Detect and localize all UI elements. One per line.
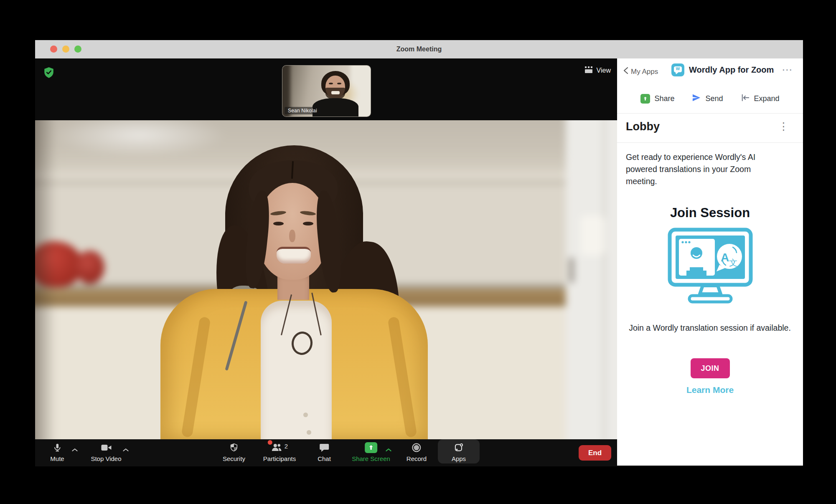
shirt-button (307, 430, 311, 435)
video-options-caret[interactable] (123, 446, 129, 453)
end-meeting-button[interactable]: End (579, 445, 611, 461)
lobby-heading: Lobby (626, 120, 660, 133)
share-app-label: Share (654, 94, 674, 103)
expand-app-button[interactable]: Expand (741, 94, 780, 104)
learn-more-link[interactable]: Learn More (617, 385, 803, 395)
microphone-icon (53, 442, 62, 453)
participants-notification-dot (268, 440, 272, 445)
record-icon (412, 442, 422, 453)
security-button[interactable]: Security (223, 442, 245, 462)
window-title: Zoom Meeting (35, 40, 803, 58)
send-app-label: Send (705, 94, 723, 103)
wordly-app-icon: w (671, 63, 684, 76)
participants-count-badge: 2 (285, 443, 288, 450)
woman-smile (277, 247, 311, 263)
send-app-button[interactable]: Send (692, 94, 723, 104)
window-titlebar: Zoom Meeting (35, 40, 803, 59)
app-action-bar: Share Send Expand (617, 94, 803, 104)
send-plane-icon (692, 94, 701, 104)
apps-label: Apps (452, 455, 466, 462)
translation-session-illustration: A 文 (666, 227, 755, 306)
svg-text:A: A (721, 251, 729, 264)
expand-left-icon (741, 94, 750, 104)
apps-button[interactable]: Apps (452, 442, 466, 462)
divider (617, 142, 803, 143)
white-jar (580, 215, 605, 256)
red-appliance (75, 251, 104, 284)
svg-text:文: 文 (729, 258, 737, 267)
zoom-meeting-window: Zoom Meeting (35, 40, 803, 466)
share-screen-icon (365, 442, 377, 453)
join-session-heading: Join Session (617, 205, 803, 220)
security-label: Security (223, 455, 245, 462)
thumb-person-eye (337, 83, 341, 84)
shirt-button (303, 413, 308, 417)
left-shadow (35, 120, 56, 439)
join-button[interactable]: JOIN (691, 358, 730, 378)
woman-nose (289, 230, 295, 242)
participants-button[interactable]: 2 Participants (263, 442, 296, 462)
share-app-button[interactable]: Share (640, 94, 674, 104)
woman-eye (303, 222, 313, 225)
chat-button[interactable]: Chat (318, 442, 331, 462)
record-button[interactable]: Record (407, 442, 427, 462)
thumb-person-eye (329, 83, 333, 84)
chevron-left-icon (623, 67, 629, 76)
app-title: Wordly App for Zoom (689, 65, 774, 75)
desktop: Zoom Meeting (0, 0, 836, 504)
security-shield-icon (229, 442, 239, 453)
share-options-caret[interactable] (386, 446, 392, 453)
meeting-main-area: Sean Nikolai View (35, 58, 617, 466)
chat-label: Chat (318, 455, 331, 462)
stop-video-label: Stop Video (91, 455, 121, 462)
view-button-label: View (597, 67, 611, 74)
divider (617, 113, 803, 114)
apps-icon (454, 442, 464, 453)
mute-options-caret[interactable] (72, 446, 78, 453)
camera-icon (101, 442, 112, 453)
mute-label: Mute (50, 455, 64, 462)
app-header: w Wordly App for Zoom (671, 63, 774, 76)
participants-icon (271, 443, 283, 453)
expand-app-label: Expand (754, 94, 780, 103)
back-to-my-apps[interactable]: My Apps (623, 67, 658, 76)
join-session-description: Join a Wordly translation session if ava… (626, 322, 793, 334)
white-shirt (261, 301, 332, 439)
share-screen-label: Share Screen (352, 455, 390, 462)
remote-participant-video (35, 120, 617, 439)
chat-bubble-icon (319, 442, 329, 453)
meeting-toolbar: Mute Stop Video (35, 439, 617, 466)
back-label: My Apps (631, 68, 658, 76)
door-handle (569, 257, 574, 283)
top-strip: Sean Nikolai View (35, 58, 617, 120)
thumb-person-smile (331, 91, 340, 94)
view-button[interactable]: View (584, 66, 611, 75)
apps-sidebar-panel: My Apps w Wordly App for Zoom ⋯ Share (617, 58, 803, 466)
view-layout-icon (584, 66, 593, 75)
lobby-intro-text: Get ready to experience Wordly's AI powe… (626, 151, 782, 187)
woman-eye (273, 222, 284, 225)
mute-button[interactable]: Mute (50, 442, 64, 462)
self-view-thumbnail[interactable]: Sean Nikolai (282, 65, 371, 117)
more-options-icon[interactable]: ⋯ (782, 63, 793, 76)
stop-video-button[interactable]: Stop Video (91, 442, 121, 462)
share-screen-button[interactable]: Share Screen (352, 442, 390, 462)
participants-label: Participants (263, 455, 296, 462)
self-view-name-label: Sean Nikolai (285, 107, 320, 114)
record-label: Record (407, 455, 427, 462)
lobby-kebab-menu-icon[interactable]: ⋮ (778, 121, 789, 132)
share-app-icon (640, 94, 650, 104)
encryption-shield-icon[interactable] (43, 67, 54, 79)
